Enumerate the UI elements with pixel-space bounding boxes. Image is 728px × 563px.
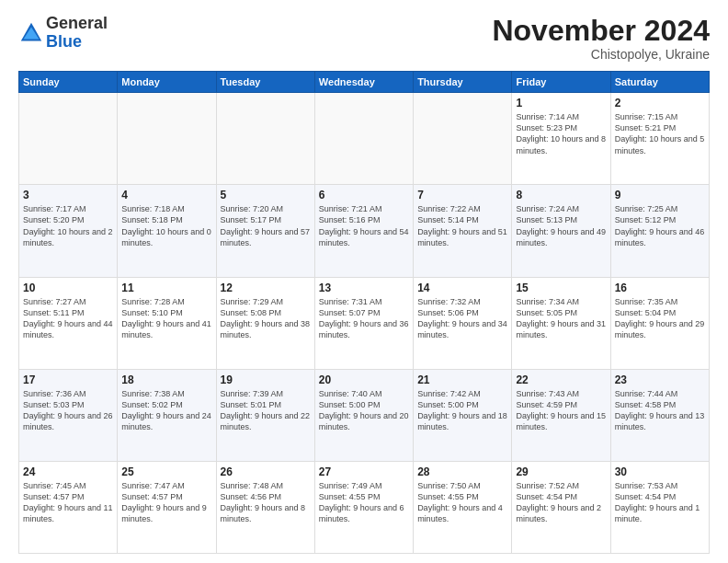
calendar-cell-w5-d7: 30Sunrise: 7:53 AM Sunset: 4:54 PM Dayli… xyxy=(610,461,709,553)
day-info: Sunrise: 7:49 AM Sunset: 4:55 PM Dayligh… xyxy=(319,480,409,525)
day-number: 24 xyxy=(23,465,113,478)
day-info: Sunrise: 7:29 AM Sunset: 5:08 PM Dayligh… xyxy=(221,296,311,341)
day-info: Sunrise: 7:39 AM Sunset: 5:01 PM Dayligh… xyxy=(221,388,311,433)
day-info: Sunrise: 7:42 AM Sunset: 5:00 PM Dayligh… xyxy=(417,388,507,433)
col-thursday: Thursday xyxy=(414,72,512,93)
col-sunday: Sunday xyxy=(19,72,118,93)
calendar-cell-w1-d3 xyxy=(216,93,314,185)
day-info: Sunrise: 7:48 AM Sunset: 4:56 PM Dayligh… xyxy=(221,480,311,525)
calendar-body: 1Sunrise: 7:14 AM Sunset: 5:23 PM Daylig… xyxy=(19,93,710,554)
col-saturday: Saturday xyxy=(610,72,709,93)
day-info: Sunrise: 7:53 AM Sunset: 4:54 PM Dayligh… xyxy=(615,480,705,525)
day-number: 30 xyxy=(615,465,705,478)
calendar-cell-w5-d3: 26Sunrise: 7:48 AM Sunset: 4:56 PM Dayli… xyxy=(216,461,314,553)
col-friday: Friday xyxy=(512,72,610,93)
day-number: 7 xyxy=(417,189,507,201)
day-number: 20 xyxy=(319,373,409,386)
calendar-cell-w3-d1: 10Sunrise: 7:27 AM Sunset: 5:11 PM Dayli… xyxy=(19,277,118,369)
day-number: 14 xyxy=(417,282,507,294)
day-number: 2 xyxy=(615,97,705,109)
day-info: Sunrise: 7:40 AM Sunset: 5:00 PM Dayligh… xyxy=(319,388,409,433)
day-number: 3 xyxy=(23,189,113,201)
day-info: Sunrise: 7:21 AM Sunset: 5:16 PM Dayligh… xyxy=(319,203,409,248)
col-monday: Monday xyxy=(118,72,216,93)
day-number: 9 xyxy=(615,189,705,201)
calendar-cell-w5-d5: 28Sunrise: 7:50 AM Sunset: 4:55 PM Dayli… xyxy=(414,461,512,553)
calendar-cell-w2-d1: 3Sunrise: 7:17 AM Sunset: 5:20 PM Daylig… xyxy=(19,185,118,277)
day-number: 21 xyxy=(417,373,507,386)
calendar-cell-w4-d6: 22Sunrise: 7:43 AM Sunset: 4:59 PM Dayli… xyxy=(512,369,610,461)
day-info: Sunrise: 7:45 AM Sunset: 4:57 PM Dayligh… xyxy=(23,480,113,525)
header: General Blue November 2024 Chistopolye, … xyxy=(18,15,710,62)
day-info: Sunrise: 7:35 AM Sunset: 5:04 PM Dayligh… xyxy=(615,296,705,341)
day-number: 26 xyxy=(221,465,311,478)
calendar-cell-w2-d3: 5Sunrise: 7:20 AM Sunset: 5:17 PM Daylig… xyxy=(216,185,314,277)
calendar-cell-w4-d3: 19Sunrise: 7:39 AM Sunset: 5:01 PM Dayli… xyxy=(216,369,314,461)
page: General Blue November 2024 Chistopolye, … xyxy=(0,0,728,563)
calendar-cell-w5-d4: 27Sunrise: 7:49 AM Sunset: 4:55 PM Dayli… xyxy=(314,461,413,553)
day-info: Sunrise: 7:18 AM Sunset: 5:18 PM Dayligh… xyxy=(121,203,211,248)
day-number: 23 xyxy=(615,373,705,386)
calendar-cell-w1-d5 xyxy=(414,93,512,185)
day-info: Sunrise: 7:44 AM Sunset: 4:58 PM Dayligh… xyxy=(615,388,705,433)
day-number: 22 xyxy=(516,373,606,386)
day-info: Sunrise: 7:20 AM Sunset: 5:17 PM Dayligh… xyxy=(221,203,311,248)
day-info: Sunrise: 7:32 AM Sunset: 5:06 PM Dayligh… xyxy=(417,296,507,341)
logo: General Blue xyxy=(18,15,108,52)
day-info: Sunrise: 7:22 AM Sunset: 5:14 PM Dayligh… xyxy=(417,203,507,248)
day-number: 4 xyxy=(121,189,211,201)
calendar-cell-w4-d7: 23Sunrise: 7:44 AM Sunset: 4:58 PM Dayli… xyxy=(610,369,709,461)
calendar-cell-w4-d1: 17Sunrise: 7:36 AM Sunset: 5:03 PM Dayli… xyxy=(19,369,118,461)
day-info: Sunrise: 7:15 AM Sunset: 5:21 PM Dayligh… xyxy=(615,111,705,156)
day-number: 12 xyxy=(221,282,311,294)
location-subtitle: Chistopolye, Ukraine xyxy=(492,47,710,62)
day-info: Sunrise: 7:47 AM Sunset: 4:57 PM Dayligh… xyxy=(121,480,211,525)
day-info: Sunrise: 7:17 AM Sunset: 5:20 PM Dayligh… xyxy=(23,203,113,248)
logo-text: General Blue xyxy=(46,15,108,52)
day-info: Sunrise: 7:25 AM Sunset: 5:12 PM Dayligh… xyxy=(615,203,705,248)
day-info: Sunrise: 7:43 AM Sunset: 4:59 PM Dayligh… xyxy=(516,388,606,433)
calendar-cell-w5-d6: 29Sunrise: 7:52 AM Sunset: 4:54 PM Dayli… xyxy=(512,461,610,553)
day-number: 1 xyxy=(516,97,606,109)
calendar-header: Sunday Monday Tuesday Wednesday Thursday… xyxy=(19,72,710,93)
day-info: Sunrise: 7:52 AM Sunset: 4:54 PM Dayligh… xyxy=(516,480,606,525)
day-number: 27 xyxy=(319,465,409,478)
day-number: 13 xyxy=(319,282,409,294)
week-row-1: 1Sunrise: 7:14 AM Sunset: 5:23 PM Daylig… xyxy=(19,93,710,185)
calendar-cell-w3-d5: 14Sunrise: 7:32 AM Sunset: 5:06 PM Dayli… xyxy=(414,277,512,369)
week-row-2: 3Sunrise: 7:17 AM Sunset: 5:20 PM Daylig… xyxy=(19,185,710,277)
day-number: 6 xyxy=(319,189,409,201)
week-row-3: 10Sunrise: 7:27 AM Sunset: 5:11 PM Dayli… xyxy=(19,277,710,369)
day-number: 11 xyxy=(121,282,211,294)
calendar-cell-w4-d4: 20Sunrise: 7:40 AM Sunset: 5:00 PM Dayli… xyxy=(314,369,413,461)
calendar-cell-w2-d2: 4Sunrise: 7:18 AM Sunset: 5:18 PM Daylig… xyxy=(118,185,216,277)
day-number: 25 xyxy=(121,465,211,478)
day-number: 18 xyxy=(121,373,211,386)
calendar-cell-w2-d7: 9Sunrise: 7:25 AM Sunset: 5:12 PM Daylig… xyxy=(610,185,709,277)
day-info: Sunrise: 7:28 AM Sunset: 5:10 PM Dayligh… xyxy=(121,296,211,341)
week-row-5: 24Sunrise: 7:45 AM Sunset: 4:57 PM Dayli… xyxy=(19,461,710,553)
day-number: 28 xyxy=(417,465,507,478)
calendar-cell-w5-d2: 25Sunrise: 7:47 AM Sunset: 4:57 PM Dayli… xyxy=(118,461,216,553)
logo-blue: Blue xyxy=(46,32,82,51)
calendar-cell-w1-d2 xyxy=(118,93,216,185)
calendar-cell-w2-d5: 7Sunrise: 7:22 AM Sunset: 5:14 PM Daylig… xyxy=(414,185,512,277)
header-row: Sunday Monday Tuesday Wednesday Thursday… xyxy=(19,72,710,93)
calendar-cell-w3-d3: 12Sunrise: 7:29 AM Sunset: 5:08 PM Dayli… xyxy=(216,277,314,369)
day-number: 10 xyxy=(23,282,113,294)
day-info: Sunrise: 7:38 AM Sunset: 5:02 PM Dayligh… xyxy=(121,388,211,433)
day-number: 29 xyxy=(516,465,606,478)
month-title: November 2024 xyxy=(492,15,710,47)
calendar-cell-w2-d4: 6Sunrise: 7:21 AM Sunset: 5:16 PM Daylig… xyxy=(314,185,413,277)
logo-general: General xyxy=(46,14,108,32)
day-info: Sunrise: 7:31 AM Sunset: 5:07 PM Dayligh… xyxy=(319,296,409,341)
calendar-cell-w3-d4: 13Sunrise: 7:31 AM Sunset: 5:07 PM Dayli… xyxy=(314,277,413,369)
day-number: 19 xyxy=(221,373,311,386)
calendar-cell-w4-d2: 18Sunrise: 7:38 AM Sunset: 5:02 PM Dayli… xyxy=(118,369,216,461)
day-number: 8 xyxy=(516,189,606,201)
day-number: 16 xyxy=(615,282,705,294)
calendar-cell-w1-d6: 1Sunrise: 7:14 AM Sunset: 5:23 PM Daylig… xyxy=(512,93,610,185)
week-row-4: 17Sunrise: 7:36 AM Sunset: 5:03 PM Dayli… xyxy=(19,369,710,461)
calendar-cell-w1-d7: 2Sunrise: 7:15 AM Sunset: 5:21 PM Daylig… xyxy=(610,93,709,185)
logo-icon xyxy=(18,20,44,46)
